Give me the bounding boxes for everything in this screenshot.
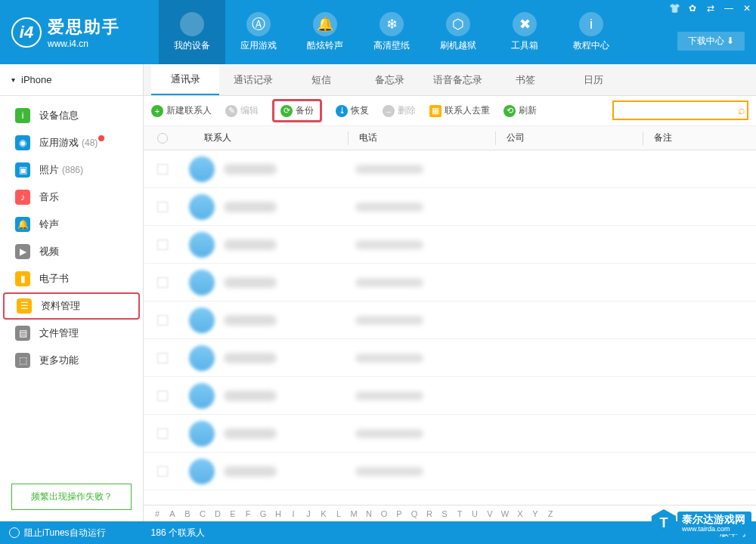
- sub-tab-3[interactable]: 备忘录: [355, 64, 423, 95]
- sidebar-item-8[interactable]: ▤文件管理: [0, 320, 143, 347]
- sub-tab-2[interactable]: 短信: [287, 64, 355, 95]
- col-company[interactable]: 公司: [507, 131, 643, 144]
- contact-name: [224, 240, 277, 250]
- top-nav-0[interactable]: 我的设备: [159, 0, 225, 64]
- letter-Y[interactable]: Y: [528, 509, 543, 518]
- sub-tab-4[interactable]: 语音备忘录: [423, 64, 491, 95]
- contact-row[interactable]: [144, 301, 756, 339]
- top-nav-4[interactable]: ⬡刷机越狱: [425, 0, 491, 64]
- top-nav-6[interactable]: i教程中心: [558, 0, 624, 64]
- sidebar-item-1[interactable]: ◉应用游戏(48): [0, 129, 143, 156]
- help-link[interactable]: 频繁出现操作失败？: [11, 484, 132, 510]
- letter-O[interactable]: O: [376, 509, 392, 518]
- contact-row[interactable]: [144, 150, 756, 188]
- letter-R[interactable]: R: [422, 509, 437, 518]
- sub-tab-5[interactable]: 书签: [491, 64, 559, 95]
- contact-rows: [144, 150, 756, 505]
- letter-J[interactable]: J: [301, 509, 316, 518]
- col-phone[interactable]: 电话: [359, 131, 495, 144]
- row-checkbox[interactable]: [144, 164, 181, 175]
- col-contact[interactable]: 联系人: [181, 131, 348, 144]
- contact-row[interactable]: [144, 415, 756, 453]
- sidebar-item-3[interactable]: ♪音乐: [0, 184, 143, 211]
- sidebar-item-5[interactable]: ▶视频: [0, 238, 143, 265]
- edit-icon: ✎: [225, 105, 237, 117]
- letter-F[interactable]: F: [240, 509, 256, 518]
- letter-#[interactable]: #: [150, 509, 165, 518]
- select-all-checkbox[interactable]: [144, 133, 181, 144]
- window-ctrl-2[interactable]: ⇄: [702, 0, 720, 17]
- letter-M[interactable]: M: [346, 509, 361, 518]
- sidebar-item-2[interactable]: ▣照片(886): [0, 156, 143, 184]
- window-ctrl-0[interactable]: 👕: [665, 0, 683, 17]
- top-nav-1[interactable]: Ⓐ应用游戏: [225, 0, 292, 64]
- letter-N[interactable]: N: [361, 509, 376, 518]
- row-checkbox[interactable]: [144, 391, 181, 401]
- sidebar-item-0[interactable]: i设备信息: [0, 102, 143, 129]
- edit-button[interactable]: ✎ 编辑: [225, 104, 259, 117]
- letter-D[interactable]: D: [210, 509, 225, 518]
- sidebar-item-7[interactable]: ☰资料管理: [3, 292, 140, 320]
- letter-W[interactable]: W: [497, 509, 513, 518]
- delete-button[interactable]: – 删除: [383, 104, 416, 117]
- backup-button[interactable]: ⟳ 备份: [272, 99, 322, 122]
- letter-E[interactable]: E: [225, 509, 240, 518]
- letter-I[interactable]: I: [286, 509, 301, 518]
- letter-P[interactable]: P: [392, 509, 407, 518]
- letter-C[interactable]: C: [195, 509, 210, 518]
- refresh-button[interactable]: ⟲ 刷新: [503, 104, 537, 117]
- app-title: 爱思助手: [48, 16, 120, 39]
- itunes-toggle[interactable]: 阻止iTunes自动运行: [9, 527, 106, 539]
- letter-U[interactable]: U: [467, 509, 482, 518]
- letter-Q[interactable]: Q: [407, 509, 422, 518]
- contact-row[interactable]: [144, 226, 756, 264]
- sub-tab-1[interactable]: 通话记录: [219, 64, 287, 95]
- row-checkbox[interactable]: [144, 353, 181, 363]
- top-nav-3[interactable]: ❄高清壁纸: [358, 0, 425, 64]
- dedupe-button[interactable]: ▦ 联系人去重: [429, 104, 490, 117]
- restore-button[interactable]: ⤓ 恢复: [336, 104, 369, 117]
- sidebar-icon: ▮: [15, 271, 30, 286]
- new-contact-button[interactable]: + 新建联系人: [151, 104, 212, 117]
- letter-Z[interactable]: Z: [543, 509, 558, 518]
- letter-B[interactable]: B: [180, 509, 195, 518]
- letter-L[interactable]: L: [331, 509, 346, 518]
- toolbar: + 新建联系人 ✎ 编辑 ⟳ 备份 ⤓ 恢复 – 删除 ▦ 联系人去重 ⟲ 刷新: [144, 96, 756, 126]
- window-ctrl-1[interactable]: ✿: [683, 0, 702, 17]
- device-selector[interactable]: ▾ iPhone: [0, 64, 143, 96]
- letter-A[interactable]: A: [165, 509, 180, 518]
- sub-tab-0[interactable]: 通讯录: [151, 64, 219, 95]
- letter-X[interactable]: X: [513, 509, 528, 518]
- row-checkbox[interactable]: [144, 315, 181, 326]
- search-input[interactable]: [614, 105, 736, 116]
- row-checkbox[interactable]: [144, 428, 181, 439]
- sidebar-item-4[interactable]: 🔔铃声: [0, 211, 143, 238]
- contact-row[interactable]: [144, 339, 756, 377]
- contact-row[interactable]: [144, 377, 756, 415]
- letter-K[interactable]: K: [316, 509, 331, 518]
- sub-tab-6[interactable]: 日历: [559, 64, 627, 95]
- letter-S[interactable]: S: [437, 509, 452, 518]
- avatar: [189, 156, 215, 182]
- row-checkbox[interactable]: [144, 202, 181, 212]
- col-note[interactable]: 备注: [654, 131, 756, 144]
- window-ctrl-4[interactable]: ✕: [738, 0, 756, 17]
- search-icon[interactable]: ⌕: [736, 104, 747, 117]
- window-ctrl-3[interactable]: —: [720, 0, 738, 17]
- contact-row[interactable]: [144, 188, 756, 226]
- contact-row[interactable]: [144, 264, 756, 301]
- contact-phone: [355, 240, 423, 249]
- letter-H[interactable]: H: [271, 509, 286, 518]
- contact-row[interactable]: [144, 453, 756, 490]
- letter-V[interactable]: V: [482, 509, 497, 518]
- row-checkbox[interactable]: [144, 466, 181, 477]
- letter-G[interactable]: G: [256, 509, 271, 518]
- top-nav-2[interactable]: 🔔酷炫铃声: [292, 0, 358, 64]
- download-center-button[interactable]: 下载中心 ⬇: [677, 32, 745, 51]
- sidebar-item-9[interactable]: ⬚更多功能: [0, 347, 143, 374]
- letter-T[interactable]: T: [452, 509, 467, 518]
- row-checkbox[interactable]: [144, 240, 181, 250]
- sidebar-item-6[interactable]: ▮电子书: [0, 265, 143, 292]
- row-checkbox[interactable]: [144, 277, 181, 288]
- top-nav-5[interactable]: ✖工具箱: [491, 0, 558, 64]
